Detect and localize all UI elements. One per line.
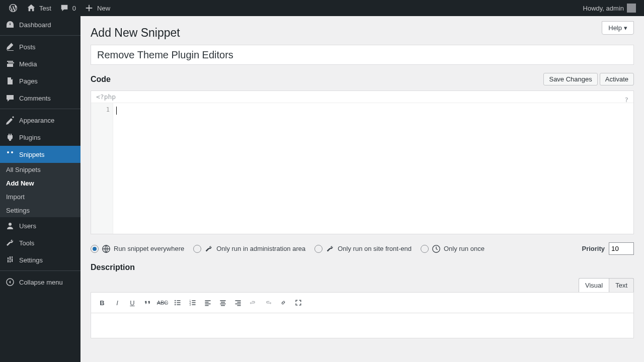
site-home-link[interactable]: Test <box>22 0 55 16</box>
svg-rect-7 <box>177 302 180 303</box>
scope-once[interactable]: Only run once <box>421 244 485 253</box>
page-title: Add New Snippet <box>91 16 634 45</box>
tools-icon <box>5 238 15 248</box>
wrench-icon <box>204 244 213 253</box>
wp-logo[interactable] <box>4 0 22 16</box>
help-tab[interactable]: Help ▾ <box>602 21 634 35</box>
new-label: New <box>97 5 110 12</box>
php-open-tag: <?php ? <box>91 91 633 103</box>
svg-rect-11 <box>192 300 195 301</box>
globe-icon <box>102 244 111 253</box>
radio-icon <box>421 245 429 253</box>
radio-icon <box>314 245 323 253</box>
sidebar-item-users[interactable]: Users <box>0 217 80 234</box>
numbered-list-button[interactable]: 123 <box>186 296 200 310</box>
snippets-icon <box>5 149 15 159</box>
plus-icon <box>84 3 94 13</box>
snippet-title-input[interactable] <box>91 45 634 65</box>
appearance-icon <box>5 115 15 125</box>
posts-icon <box>5 42 15 52</box>
italic-button[interactable]: I <box>110 296 124 310</box>
sidebar-item-dashboard[interactable]: Dashboard <box>0 16 80 33</box>
scope-frontend[interactable]: Only run on site front-end <box>314 244 412 253</box>
users-icon <box>5 221 15 231</box>
wrench-icon <box>326 244 335 253</box>
fullscreen-button[interactable] <box>291 296 305 310</box>
sidebar-item-media[interactable]: Media <box>0 55 80 72</box>
comments-icon <box>5 93 15 103</box>
sidebar-item-comments[interactable]: Comments <box>0 89 80 107</box>
code-textarea[interactable] <box>113 103 633 234</box>
svg-text:3: 3 <box>190 304 191 306</box>
editor-toolbar: B I U ABC 123 <box>91 292 634 313</box>
tab-visual[interactable]: Visual <box>579 278 609 292</box>
svg-rect-25 <box>237 302 240 303</box>
undo-button[interactable] <box>246 296 260 310</box>
svg-rect-22 <box>220 304 225 305</box>
comments-link[interactable]: 0 <box>55 0 80 16</box>
submenu-add-new[interactable]: Add New <box>0 176 80 190</box>
tab-text[interactable]: Text <box>609 278 634 292</box>
radio-icon <box>193 245 201 253</box>
svg-rect-26 <box>235 304 240 305</box>
svg-point-8 <box>175 304 176 305</box>
avatar <box>627 4 636 13</box>
comment-bubble-icon <box>59 3 69 13</box>
priority-input[interactable] <box>609 242 634 255</box>
sidebar-item-posts[interactable]: Posts <box>0 38 80 55</box>
editor-tabs: Visual Text <box>91 278 634 292</box>
submenu-all-snippets[interactable]: All Snippets <box>0 163 80 176</box>
description-editor[interactable] <box>91 313 634 338</box>
settings-icon <box>5 255 15 265</box>
underline-button[interactable]: U <box>125 296 139 310</box>
sidebar-item-pages[interactable]: Pages <box>0 72 80 89</box>
svg-rect-17 <box>205 302 208 303</box>
comments-count: 0 <box>72 5 76 12</box>
submenu-import[interactable]: Import <box>0 190 80 204</box>
code-editor[interactable]: <?php ? 1 <box>91 90 634 234</box>
sidebar-item-settings[interactable]: Settings <box>0 251 80 268</box>
sidebar-collapse[interactable]: Collapse menu <box>0 274 80 291</box>
clock-icon <box>432 244 441 253</box>
submenu-settings[interactable]: Settings <box>0 204 80 217</box>
pages-icon <box>5 76 15 86</box>
save-changes-button[interactable]: Save Changes <box>543 73 597 85</box>
blockquote-button[interactable] <box>140 296 154 310</box>
svg-rect-27 <box>237 305 240 306</box>
howdy-text: Howdy, admin <box>583 5 624 12</box>
dashboard-icon <box>5 20 15 30</box>
admin-bar: Test 0 New Howdy, admin <box>0 0 644 16</box>
svg-rect-9 <box>177 304 180 305</box>
bullet-list-button[interactable] <box>171 296 185 310</box>
svg-rect-24 <box>235 300 240 301</box>
svg-rect-18 <box>205 304 210 305</box>
collapse-icon <box>5 277 15 287</box>
align-right-button[interactable] <box>231 296 245 310</box>
align-center-button[interactable] <box>216 296 230 310</box>
svg-point-6 <box>175 302 176 303</box>
bold-button[interactable]: B <box>95 296 109 310</box>
new-content-link[interactable]: New <box>80 0 114 16</box>
scope-everywhere[interactable]: Run snippet everywhere <box>91 244 184 253</box>
strikethrough-button[interactable]: ABC <box>155 296 170 310</box>
scope-options: Run snippet everywhere Only run in admin… <box>91 242 634 255</box>
site-name: Test <box>39 5 51 12</box>
activate-button[interactable]: Activate <box>600 73 634 85</box>
svg-rect-15 <box>192 304 195 305</box>
plugins-icon <box>5 132 15 142</box>
redo-button[interactable] <box>261 296 275 310</box>
main-content: Help ▾ Add New Snippet Code Save Changes… <box>80 16 644 362</box>
account-menu[interactable]: Howdy, admin <box>579 0 640 16</box>
sidebar-item-snippets[interactable]: Snippets <box>0 146 80 163</box>
svg-rect-21 <box>221 302 225 303</box>
admin-sidebar: Dashboard Posts Media Pages Comments App… <box>0 16 80 362</box>
align-left-button[interactable] <box>201 296 215 310</box>
scope-admin[interactable]: Only run in administration area <box>193 244 305 253</box>
sidebar-item-plugins[interactable]: Plugins <box>0 129 80 146</box>
svg-rect-16 <box>205 300 210 301</box>
code-heading: Code <box>91 75 111 84</box>
link-button[interactable] <box>276 296 290 310</box>
sidebar-item-tools[interactable]: Tools <box>0 234 80 251</box>
sidebar-item-appearance[interactable]: Appearance <box>0 112 80 129</box>
priority-field: Priority <box>582 242 634 255</box>
